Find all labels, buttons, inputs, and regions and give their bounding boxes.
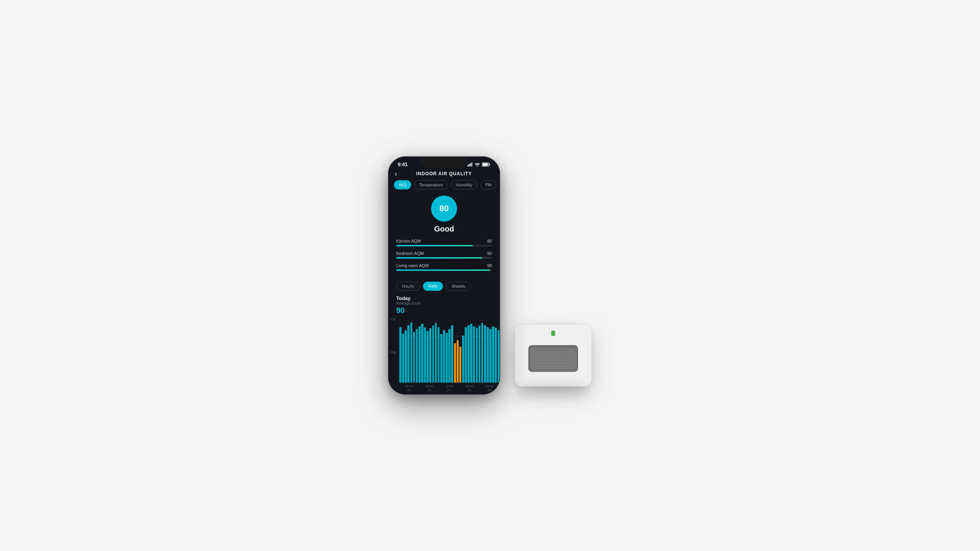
chart-bar <box>410 323 413 383</box>
chart-bar <box>424 328 426 383</box>
scene: 9:41 <box>389 157 591 394</box>
chart-bar <box>479 326 481 383</box>
chart-x-label-6pm: 06:00 pm <box>466 385 473 392</box>
tab-temperature[interactable]: Temperature <box>414 180 448 189</box>
air-quality-device <box>515 325 591 386</box>
aqm-kitchen-bar-bg <box>396 245 492 246</box>
status-time: 9:41 <box>398 161 408 167</box>
device-reflection <box>519 388 588 402</box>
stats-period-label: Today <box>396 295 492 301</box>
chart-bar <box>467 325 470 383</box>
score-section: 80 Good <box>389 192 500 236</box>
chart-bar <box>454 343 456 383</box>
aqm-bedroom-bar-fill <box>396 257 482 259</box>
chart-bar <box>446 333 448 383</box>
chart-bar <box>421 324 423 383</box>
aqm-kitchen-name: Kitchen AQM <box>396 239 421 243</box>
chart-bar <box>429 328 431 383</box>
chart-x-label-6am: 06:00 am <box>426 385 433 392</box>
period-hourly[interactable]: Hourly <box>396 282 420 291</box>
chart-section: 100 Avg. 12:00 am 06:00 a <box>389 317 500 394</box>
chart-canvas: 100 Avg. 12:00 am 06:00 a <box>389 317 500 394</box>
svg-rect-2 <box>470 163 470 166</box>
battery-icon <box>482 162 490 167</box>
score-label: Good <box>434 225 454 233</box>
stats-avg-label: Average score <box>396 301 492 305</box>
device-grille <box>528 345 578 372</box>
chart-bar <box>399 327 402 383</box>
chart-bar <box>451 325 453 383</box>
chart-bar <box>457 340 459 383</box>
aqm-kitchen-value: 80 <box>487 239 492 243</box>
phone: 9:41 <box>389 157 500 394</box>
wifi-icon <box>475 162 480 166</box>
chart-x-labels: 12:00 am 06:00 am 12:00 pm 06:00 <box>399 383 500 394</box>
chart-bar <box>407 325 410 383</box>
device-indicator-light <box>551 331 555 336</box>
period-tabs: Hourly Daily Weekly <box>389 279 500 294</box>
chart-bar <box>498 330 500 383</box>
svg-rect-3 <box>471 163 472 166</box>
aqm-livingroom-bar-fill <box>396 269 490 271</box>
aqm-bedroom-bar-bg <box>396 257 492 259</box>
chart-bar <box>459 347 462 383</box>
aqm-bedroom-name: Bedroom AQM <box>396 251 424 256</box>
app-title: INDOOR AIR QUALITY <box>416 171 472 176</box>
chart-bar <box>492 326 494 383</box>
back-button[interactable]: ‹ <box>395 170 397 178</box>
aqm-section: Kitchen AQM 80 Bedroom AQM 90 <box>389 236 500 279</box>
svg-rect-1 <box>469 164 469 166</box>
signal-icon <box>467 162 473 166</box>
chart-bar <box>462 336 464 383</box>
aqm-row-bedroom: Bedroom AQM 90 <box>396 251 492 259</box>
aqm-livingroom-name: Living room AQM <box>396 263 428 268</box>
phone-screen: 9:41 <box>389 157 500 394</box>
chart-bar <box>440 334 443 383</box>
score-circle: 80 <box>431 196 457 222</box>
svg-rect-0 <box>467 165 468 166</box>
chart-bar <box>426 331 429 383</box>
svg-rect-6 <box>489 163 490 165</box>
aqm-livingroom-value: 98 <box>487 263 492 268</box>
chart-bar <box>484 325 486 383</box>
stats-score: 90 <box>396 306 492 315</box>
app-header: ‹ INDOOR AIR QUALITY <box>389 169 500 178</box>
chart-bar <box>432 326 434 383</box>
chart-bars-area <box>399 317 500 383</box>
chart-bar <box>443 330 445 383</box>
chart-bar <box>402 334 404 383</box>
chart-x-label-midnight2: 12:00 am <box>486 385 493 392</box>
chart-bar <box>448 329 451 383</box>
chart-bar <box>489 329 492 383</box>
period-daily[interactable]: Daily <box>423 282 443 291</box>
chart-bar <box>418 326 421 383</box>
tab-humidity[interactable]: Humidity <box>451 180 477 189</box>
svg-rect-7 <box>483 163 488 166</box>
chart-bar <box>435 323 437 383</box>
stats-section: Today Average score 90 <box>389 294 500 317</box>
svg-rect-4 <box>472 162 473 166</box>
aqm-kitchen-bar-fill <box>396 245 473 246</box>
chart-bar <box>487 327 489 383</box>
chart-bar <box>416 329 418 383</box>
chart-bar <box>476 328 478 383</box>
chart-bar <box>470 324 472 383</box>
chart-x-label-noon: 12:00 pm <box>446 385 453 392</box>
status-icons <box>467 162 490 167</box>
chart-bar <box>481 323 483 383</box>
aqm-row-livingroom: Living room AQM 98 <box>396 263 492 271</box>
status-bar: 9:41 <box>389 157 500 169</box>
period-weekly[interactable]: Weekly <box>446 282 471 291</box>
chart-bar <box>405 330 407 383</box>
chart-bar <box>473 326 475 383</box>
chart-y-labels: 100 Avg. <box>389 317 399 383</box>
chart-bar <box>413 332 415 383</box>
aqm-bedroom-value: 90 <box>487 251 492 256</box>
tab-iaq[interactable]: IAQ <box>394 180 411 189</box>
chart-bar <box>438 327 440 383</box>
chart-x-label-midnight1: 12:00 am <box>405 385 413 392</box>
chart-y-label-avg: Avg. <box>390 350 397 354</box>
tab-pm[interactable]: PM <box>480 180 497 189</box>
metric-tabs: IAQ Temperature Humidity PM <box>389 178 500 192</box>
chart-bar <box>465 327 467 383</box>
